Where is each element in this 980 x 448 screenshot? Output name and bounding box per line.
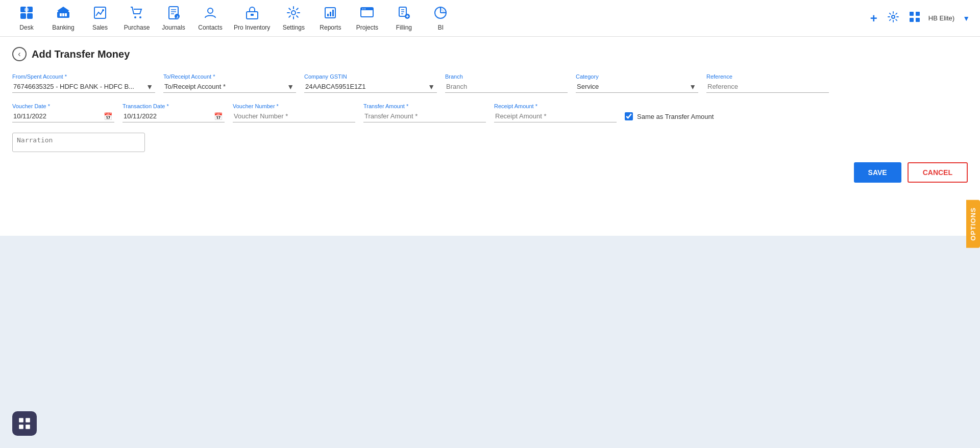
options-tab[interactable]: OPTIONS — [966, 200, 980, 248]
svg-point-38 — [892, 15, 895, 18]
svg-point-24 — [291, 11, 296, 15]
receipt-amount-input[interactable] — [494, 110, 617, 122]
form-row-1: From/Spent Account * 76746635325 - HDFC … — [12, 73, 968, 93]
same-as-transfer-checkbox[interactable] — [625, 112, 633, 120]
branch-input[interactable] — [445, 81, 568, 93]
category-select[interactable]: Service — [576, 81, 698, 93]
transaction-date-wrapper: 📅 — [122, 110, 225, 122]
switch-icon[interactable] — [907, 9, 922, 28]
transaction-date-label: Transaction Date * — [122, 103, 225, 109]
svg-rect-41 — [910, 18, 914, 22]
desk-icon — [19, 6, 34, 22]
svg-rect-44 — [26, 418, 30, 422]
add-icon[interactable]: + — [868, 9, 879, 28]
purchase-icon — [130, 6, 144, 22]
nav-label-contacts: Contacts — [198, 24, 222, 31]
svg-point-12 — [102, 9, 104, 11]
gear-icon[interactable] — [886, 9, 901, 28]
nav-item-projects[interactable]: Projects — [349, 0, 385, 37]
from-account-select[interactable]: 76746635325 - HDFC BANK - HDFC B... — [12, 81, 155, 93]
to-account-select-wrapper: To/Receipt Account * ▼ — [163, 81, 296, 93]
receipt-amount-label: Receipt Amount * — [494, 103, 617, 109]
back-button[interactable]: ‹ — [12, 47, 27, 61]
voucher-date-wrapper: 📅 — [12, 110, 114, 122]
company-gstin-select[interactable]: 24AABCA5951E1Z1 — [304, 81, 437, 93]
nav-label-pro-inventory: Pro Inventory — [234, 24, 270, 31]
sales-icon — [93, 6, 107, 22]
same-as-transfer-label: Same as Transfer Amount — [637, 113, 714, 120]
nav-label-journals: Journals — [162, 24, 185, 31]
to-account-select[interactable]: To/Receipt Account * — [163, 81, 296, 93]
nav-item-banking[interactable]: Banking — [45, 0, 82, 37]
nav-item-purchase[interactable]: Purchase — [118, 0, 155, 37]
transaction-date-field: Transaction Date * 📅 — [122, 103, 225, 122]
banking-icon — [56, 6, 70, 22]
transfer-amount-input[interactable] — [363, 110, 486, 122]
transfer-amount-field: Transfer Amount * — [363, 103, 486, 122]
branch-field: Branch — [445, 73, 568, 93]
svg-text:J: J — [176, 15, 178, 19]
category-label: Category — [576, 73, 698, 80]
filling-icon — [397, 6, 411, 22]
narration-input[interactable] — [12, 133, 145, 152]
nav-label-purchase: Purchase — [124, 24, 150, 31]
svg-rect-45 — [19, 425, 23, 429]
voucher-date-label: Voucher Date * — [12, 103, 114, 109]
voucher-date-input[interactable] — [12, 110, 114, 122]
contacts-icon — [203, 6, 217, 22]
transfer-amount-label: Transfer Amount * — [363, 103, 486, 109]
reference-label: Reference — [706, 73, 829, 80]
user-label: HB Elite) — [928, 14, 954, 22]
nav-item-reports[interactable]: Reports — [312, 0, 349, 37]
company-gstin-field: Company GSTIN 24AABCA5951E1Z1 ▼ — [304, 73, 437, 93]
nav-label-sales: Sales — [92, 24, 108, 31]
page-title: Add Transfer Money — [32, 48, 130, 60]
top-navigation: Desk Banking Sales — [0, 0, 980, 37]
cancel-button[interactable]: CANCEL — [908, 162, 968, 183]
bottom-grid-button[interactable] — [12, 411, 37, 436]
svg-point-13 — [134, 16, 136, 18]
lower-area — [0, 236, 980, 448]
category-select-wrapper: Service ▼ — [576, 81, 698, 93]
svg-rect-46 — [26, 425, 30, 429]
nav-item-journals[interactable]: J Journals — [155, 0, 192, 37]
svg-rect-40 — [916, 12, 920, 16]
nav-right-area: + HB Elite) ▼ — [868, 9, 972, 28]
pro-inventory-icon — [245, 6, 259, 22]
grid-icon — [18, 417, 31, 430]
nav-item-pro-inventory[interactable]: Pro Inventory — [229, 0, 275, 37]
company-gstin-select-wrapper: 24AABCA5951E1Z1 ▼ — [304, 81, 437, 93]
form-row-3 — [12, 133, 968, 152]
dropdown-icon[interactable]: ▼ — [961, 12, 972, 24]
reference-field: Reference — [706, 73, 829, 93]
voucher-number-input[interactable] — [233, 110, 355, 122]
journals-icon: J — [166, 6, 181, 22]
nav-item-desk[interactable]: Desk — [8, 0, 45, 37]
transaction-date-input[interactable] — [122, 110, 225, 122]
nav-label-settings: Settings — [283, 24, 305, 31]
save-button[interactable]: SAVE — [854, 162, 901, 183]
svg-rect-28 — [332, 10, 334, 16]
nav-item-sales[interactable]: Sales — [82, 0, 118, 37]
bi-icon — [433, 6, 448, 22]
voucher-number-label: Voucher Number * — [233, 103, 355, 109]
from-account-label: From/Spent Account * — [12, 73, 155, 80]
svg-rect-2 — [20, 13, 26, 19]
nav-item-contacts[interactable]: Contacts — [192, 0, 229, 37]
nav-item-settings[interactable]: Settings — [275, 0, 312, 37]
svg-point-4 — [24, 8, 29, 12]
company-gstin-label: Company GSTIN — [304, 73, 437, 80]
reference-input[interactable] — [706, 81, 829, 93]
svg-point-32 — [364, 8, 365, 9]
nav-item-filling[interactable]: Filling — [385, 0, 422, 37]
nav-label-filling: Filling — [396, 24, 412, 31]
svg-rect-3 — [27, 13, 33, 19]
from-account-field: From/Spent Account * 76746635325 - HDFC … — [12, 73, 155, 93]
nav-item-bi[interactable]: BI — [422, 0, 459, 37]
svg-rect-11 — [94, 7, 106, 18]
nav-label-banking: Banking — [52, 24, 74, 31]
svg-rect-26 — [327, 14, 329, 16]
voucher-date-field: Voucher Date * 📅 — [12, 103, 114, 122]
svg-marker-7 — [57, 7, 69, 11]
receipt-amount-field: Receipt Amount * — [494, 103, 617, 122]
